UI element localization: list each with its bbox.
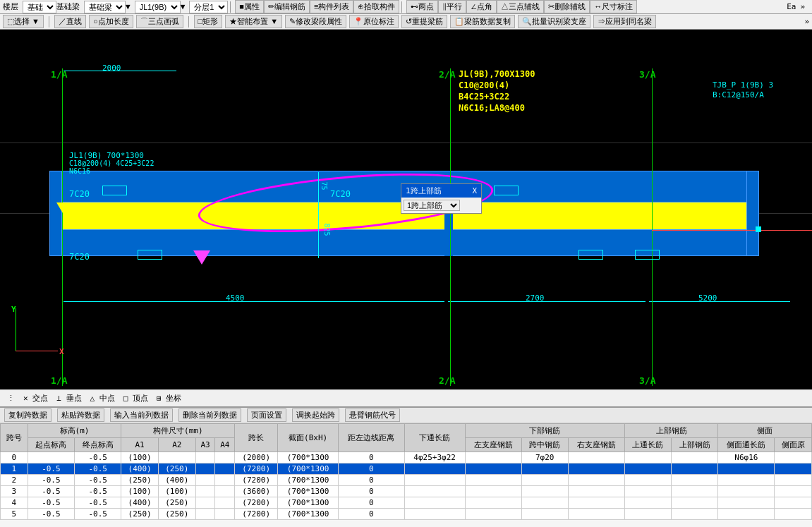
snap-coord[interactable]: ⊞ 坐标 bbox=[157, 393, 181, 404]
table-row[interactable]: 0-0.5(100)(2000)(700*130004φ25+3φ227φ20N… bbox=[1, 452, 812, 464]
th-mid-rebar: 跨中钢筋 bbox=[521, 438, 568, 452]
paste-span-btn[interactable]: 粘贴跨数据 bbox=[57, 408, 104, 422]
point-extend-btn[interactable]: ○点加长度 bbox=[89, 15, 133, 28]
beam-type-label: 基础梁 bbox=[56, 1, 80, 12]
rect-btn[interactable]: □矩形 bbox=[194, 15, 223, 28]
table-row[interactable]: 4-0.5-0.5(400)(250)(7200)(700*13000 bbox=[1, 497, 812, 509]
arc-btn[interactable]: ⌒三点画弧 bbox=[136, 15, 183, 28]
copy-data-btn[interactable]: 📋梁筋数据复制 bbox=[450, 15, 515, 28]
re-extract-btn[interactable]: ↺重提梁筋 bbox=[401, 15, 447, 28]
copy-span-btn[interactable]: 复制跨数据 bbox=[4, 408, 51, 422]
expand-btn[interactable]: » bbox=[800, 2, 805, 11]
swap-span-btn[interactable]: 调换起始跨 bbox=[292, 408, 339, 422]
th-lower-rebar: 下部钢筋 bbox=[465, 424, 624, 438]
layer-num-select[interactable]: 分层1 bbox=[189, 1, 228, 13]
coord-x-label: X bbox=[59, 347, 64, 356]
dim-btn[interactable]: ↔尺寸标注 bbox=[590, 0, 637, 13]
select-btn[interactable]: ⬚选择 ▼ bbox=[3, 15, 44, 28]
coord-y-axis bbox=[16, 308, 16, 351]
th-side-long: 侧面通长筋 bbox=[718, 438, 775, 452]
layer-select[interactable]: 基础 bbox=[23, 1, 56, 13]
parallel-btn[interactable]: ∥平行 bbox=[438, 0, 466, 13]
dim-vertical-75 bbox=[318, 172, 319, 202]
rebar-box-1 bbox=[102, 186, 127, 195]
line-btn[interactable]: ／直线 bbox=[54, 15, 86, 28]
input-col-btn[interactable]: 输入当前列数据 bbox=[110, 408, 173, 422]
popup-title: 1跨上部筋 X bbox=[401, 184, 481, 198]
th-a3: A3 bbox=[195, 438, 215, 452]
dim-text-2700: 2700 bbox=[526, 293, 545, 303]
column-right bbox=[746, 171, 759, 256]
rebar-n6: N6C16 bbox=[69, 167, 90, 175]
cad-canvas[interactable]: 1跨上部筋 X 1跨上部筋 75 825 2000 4500 2700 5200… bbox=[0, 30, 812, 389]
snap-sep: ⋮ bbox=[7, 394, 15, 403]
member-list-btn[interactable]: ≡构件列表 bbox=[310, 0, 353, 13]
beam-id-select[interactable]: JL1(9B) bbox=[135, 1, 181, 13]
red-line-h bbox=[652, 230, 812, 231]
snap-midpoint[interactable]: △ 中点 bbox=[90, 393, 115, 404]
pick-btn[interactable]: ⊕拾取构件 bbox=[353, 0, 399, 13]
attr-btn[interactable]: ■属性 bbox=[235, 0, 264, 13]
toolbar-row1: 楼层 基础 基础梁 基础梁 ▼ JL1(9B) ▼ 分层1 ■属性 ✏编辑钢筋 … bbox=[0, 0, 812, 14]
toolbar-row2: ⬚选择 ▼ ／直线 ○点加长度 ⌒三点画弧 □矩形 ★智能布置 ▼ ✎修改梁段属… bbox=[0, 14, 812, 30]
rebar-box-4 bbox=[578, 250, 603, 260]
th-section: 构件尺寸(mm) bbox=[121, 424, 235, 438]
th-upper-long: 上通长筋 bbox=[624, 438, 671, 452]
cantilever-btn[interactable]: 悬臂钢筋代号 bbox=[345, 408, 400, 422]
axis-line-2a bbox=[450, 68, 451, 386]
dim-vertical-825 bbox=[318, 202, 319, 258]
popup-dialog[interactable]: 1跨上部筋 X 1跨上部筋 bbox=[401, 183, 482, 214]
popup-content: 1跨上部筋 bbox=[401, 198, 481, 213]
expand-btn2[interactable]: » bbox=[804, 17, 809, 26]
batch-seat-btn[interactable]: 🔍批量识别梁支座 bbox=[518, 15, 590, 28]
support-mid bbox=[193, 250, 210, 265]
table-body: 0-0.5(100)(2000)(700*130004φ25+3φ227φ20N… bbox=[1, 452, 812, 520]
del-aux-btn[interactable]: ✂删除辅线 bbox=[544, 0, 590, 13]
th-side-orig: 侧面原 bbox=[775, 438, 812, 452]
data-table-wrapper[interactable]: 跨号 标高(m) 构件尺寸(mm) 跨长 截面(BxH) 距左边线距离 下通长筋… bbox=[0, 423, 812, 527]
three-point-btn[interactable]: △三点辅线 bbox=[497, 0, 544, 13]
snap-perpendicular[interactable]: ⊥ 垂点 bbox=[56, 393, 81, 404]
del-col-btn[interactable]: 删除当前列数据 bbox=[178, 408, 241, 422]
beam-type-select[interactable]: 基础梁 bbox=[84, 1, 126, 13]
popup-select[interactable]: 1跨上部筋 bbox=[404, 200, 460, 211]
table-row[interactable]: 1-0.5-0.5(400)(250)(7200)(700*13000 bbox=[1, 464, 812, 475]
angle-btn[interactable]: ∠点角 bbox=[466, 0, 497, 13]
th-upper: 上部钢筋 bbox=[672, 438, 718, 452]
table-row[interactable]: 2-0.5-0.5(250)(400)(7200)(700*13000 bbox=[1, 475, 812, 486]
col-label-2a-bot: 2/A bbox=[439, 375, 455, 386]
dim-text-5200: 5200 bbox=[698, 293, 717, 303]
rebar-box-2 bbox=[494, 186, 519, 195]
dim-text-825: 825 bbox=[323, 223, 331, 236]
rebar-7c20-yellow: 7C20 bbox=[330, 189, 351, 199]
close-icon[interactable]: X bbox=[472, 186, 477, 195]
beam-label-jl9b: JL(9B),700X1300 bbox=[459, 69, 535, 79]
col-label-1a-bot: 1/A bbox=[51, 375, 67, 386]
two-point-btn[interactable]: ⊷两点 bbox=[406, 0, 438, 13]
beam-label-c10: C10@200(4) bbox=[459, 80, 509, 90]
data-table: 跨号 标高(m) 构件尺寸(mm) 跨长 截面(BxH) 距左边线距离 下通长筋… bbox=[0, 423, 812, 520]
beam-label-b4c25: B4C25+3C22 bbox=[459, 92, 509, 102]
dim-h-4500 bbox=[63, 301, 444, 302]
apply-same-btn[interactable]: ⇒应用到同名梁 bbox=[593, 15, 656, 28]
dim-text-75: 75 bbox=[320, 181, 328, 190]
th-a2: A2 bbox=[158, 438, 195, 452]
axis-line-3a bbox=[652, 68, 653, 386]
th-side-rebar: 侧面 bbox=[718, 424, 812, 438]
beam-id-label: ▼ bbox=[126, 2, 131, 11]
modify-seg-btn[interactable]: ✎修改梁段属性 bbox=[285, 15, 346, 28]
edit-rebar-btn[interactable]: ✏编辑钢筋 bbox=[264, 0, 310, 13]
th-dist: 距左边线距离 bbox=[338, 424, 404, 452]
axis-line-1a bbox=[62, 68, 63, 386]
dim-text-2000: 2000 bbox=[102, 63, 121, 73]
table-row[interactable]: 5-0.5-0.5(250)(250)(7200)(700*13000 bbox=[1, 509, 812, 520]
snap-intersection[interactable]: ✕ 交点 bbox=[23, 393, 48, 404]
th-lower-long: 下通长筋 bbox=[404, 424, 465, 452]
snap-vertex[interactable]: □ 顶点 bbox=[123, 393, 148, 404]
th-start-h: 起点标高 bbox=[28, 438, 74, 452]
in-situ-btn[interactable]: 📍原位标注 bbox=[349, 15, 399, 28]
smart-layout-btn[interactable]: ★智能布置 ▼ bbox=[225, 15, 282, 28]
table-row[interactable]: 3-0.5-0.5(100)(100)(3600)(700*13000 bbox=[1, 486, 812, 497]
sep4 bbox=[188, 16, 189, 28]
page-setup-btn[interactable]: 页面设置 bbox=[247, 408, 286, 422]
